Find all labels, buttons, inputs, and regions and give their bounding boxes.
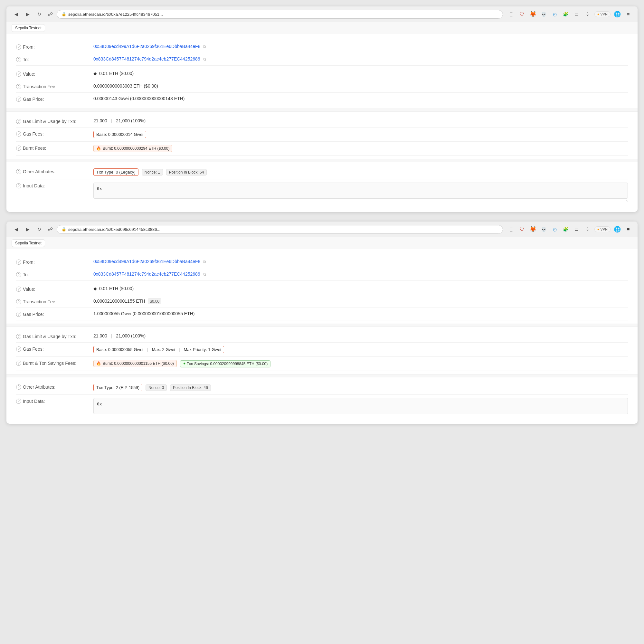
burnt-fees-label-1: ? Burnt Fees: — [16, 145, 87, 151]
burnt-fees-row-1: ? Burnt Fees: 🔥 Burnt: 0.00000000000294 … — [16, 142, 628, 156]
bookmark-button-2[interactable]: ☍ — [48, 226, 53, 232]
rabby-icon-2[interactable]: ◴ — [551, 225, 559, 233]
gas-limit-help-icon-1[interactable]: ? — [16, 119, 21, 124]
to-copy-icon-1[interactable]: ⧉ — [203, 57, 206, 62]
burnt-badge-2: 🔥 Burnt: 0.0000000000001155 ETH ($0.00) — [93, 360, 177, 367]
to-value-2: 0x833Cd8457F481274c794d2ac4eb277EC442526… — [93, 271, 628, 277]
from-help-icon-2[interactable]: ? — [16, 260, 21, 265]
gas-price-help-icon-2[interactable]: ? — [16, 312, 21, 317]
menu-icon-1[interactable]: ≡ — [624, 10, 632, 18]
browser-window-2: ◀ ▶ ↻ ☍ 🔒 sepolia.etherscan.io/tx/0xed09… — [6, 222, 638, 424]
to-help-icon-1[interactable]: ? — [16, 57, 21, 62]
from-address-link-1[interactable]: 0x58D09ecd499A1d6F2a0269f361Ee6DbbaBa44e… — [93, 44, 200, 49]
nonce-badge-2: Nonce: 0 — [146, 384, 167, 391]
profile-icon-1[interactable]: 🌐 — [613, 10, 621, 18]
fee-dollar-2: $0.00 — [148, 298, 161, 304]
gas-fees-row-1: ? Gas Fees: Base: 0.000000014 Gwei — [16, 128, 628, 142]
gas-price-label-1: ? Gas Price: — [16, 96, 87, 102]
from-copy-icon-2[interactable]: ⧉ — [203, 260, 206, 264]
gas-fees-help-icon-2[interactable]: ? — [16, 346, 21, 352]
wallet-icon-2[interactable]: 💀 — [540, 225, 548, 233]
gas-fees-value-1: Base: 0.000000014 Gwei — [93, 131, 628, 138]
tab-sepolia-1[interactable]: Sepolia Testnet — [12, 24, 45, 32]
vpn-label-2: VPN — [600, 227, 608, 231]
to-address-link-2[interactable]: 0x833Cd8457F481274c794d2ac4eb277EC442526… — [93, 271, 200, 277]
from-row-1: ? From: 0x58D09ecd499A1d6F2a0269f361Ee6D… — [16, 41, 628, 53]
value-row-1: ? Value: ◆ 0.01 ETH ($0.00) — [16, 68, 628, 80]
address-bar-2[interactable]: 🔒 sepolia.etherscan.io/tx/0xed096c691445… — [57, 225, 503, 234]
gas-fees-base-box-2: Base: 0.000000055 Gwei | Max: 2 Gwei | M… — [93, 346, 224, 353]
browser-toolbar-1: ◀ ▶ ↻ ☍ 🔒 sepolia.etherscan.io/tx/0xa7e1… — [6, 6, 638, 22]
value-help-icon-2[interactable]: ? — [16, 287, 21, 292]
share-icon-2[interactable]: ⌶ — [507, 225, 515, 233]
menu-icon-2[interactable]: ≡ — [624, 225, 632, 233]
to-label-2: ? To: — [16, 271, 87, 277]
other-attr-row-1: ? Other Attributes: Txn Type: 0 (Legacy)… — [16, 165, 628, 179]
back-button-2[interactable]: ◀ — [12, 225, 21, 234]
burnt-fees-help-icon-2[interactable]: ? — [16, 361, 21, 366]
forward-button-2[interactable]: ▶ — [23, 225, 32, 234]
txn-type-box-1: Txn Type: 0 (Legacy) — [93, 168, 138, 176]
vpn-dot-2: ● — [597, 227, 600, 231]
sidebar-icon-1[interactable]: ▭ — [573, 10, 581, 18]
from-value-1: 0x58D09ecd499A1d6F2a0269f361Ee6DbbaBa44e… — [93, 44, 628, 49]
burnt-fees-help-icon-1[interactable]: ? — [16, 146, 21, 151]
gas-fees-row-2: ? Gas Fees: Base: 0.000000055 Gwei | Max… — [16, 343, 628, 357]
rabby-icon-1[interactable]: ◴ — [551, 10, 559, 18]
tx-fee-row-2: ? Transaction Fee: 0.000021000001155 ETH… — [16, 295, 628, 308]
vpn-badge-1[interactable]: ● VPN — [594, 11, 611, 17]
eth-icon-value-1: ◆ — [93, 71, 97, 76]
puzzle-icon-2[interactable]: 🧩 — [562, 225, 570, 233]
to-help-icon-2[interactable]: ? — [16, 272, 21, 277]
extension-icon-1[interactable]: 🛡 — [518, 10, 526, 18]
vpn-label-1: VPN — [600, 12, 608, 16]
input-data-help-icon-2[interactable]: ? — [16, 399, 21, 404]
input-data-box-1[interactable]: 0x — [93, 183, 628, 199]
profile-icon-2[interactable]: 🌐 — [613, 225, 621, 233]
gas-limit-label-2: ? Gas Limit & Usage by Txn: — [16, 333, 87, 339]
other-attr-help-icon-1[interactable]: ? — [16, 169, 21, 174]
tx-fee-help-icon-1[interactable]: ? — [16, 84, 21, 89]
value-help-icon-1[interactable]: ? — [16, 71, 21, 77]
to-copy-icon-2[interactable]: ⧉ — [203, 272, 206, 277]
extension-icon-2[interactable]: 🛡 — [518, 225, 526, 233]
reload-button-1[interactable]: ↻ — [35, 10, 44, 19]
tab-bar-2: Sepolia Testnet — [6, 237, 638, 249]
lock-icon-1: 🔒 — [62, 12, 66, 16]
gas-price-value-2: 1.000000055 Gwei (0.000000001000000055 E… — [93, 311, 628, 316]
download-icon-2[interactable]: ⇩ — [583, 225, 592, 233]
from-help-icon-1[interactable]: ? — [16, 44, 21, 50]
gas-limit-row-1: ? Gas Limit & Usage by Txn: 21,000 | 21,… — [16, 115, 628, 128]
tx-fee-help-icon-2[interactable]: ? — [16, 299, 21, 304]
tx-fee-label-1: ? Transaction Fee: — [16, 83, 87, 89]
value-row-2: ? Value: ◆ 0.01 ETH ($0.00) — [16, 283, 628, 295]
other-attr-help-icon-2[interactable]: ? — [16, 384, 21, 390]
metamask-icon-1[interactable]: 🦊 — [529, 10, 537, 18]
from-address-link-2[interactable]: 0x58D09ecd499A1d6F2a0269f361Ee6DbbaBa44e… — [93, 259, 200, 264]
forward-button-1[interactable]: ▶ — [23, 10, 32, 19]
back-button-1[interactable]: ◀ — [12, 10, 21, 19]
bookmark-button-1[interactable]: ☍ — [48, 11, 53, 17]
share-icon-1[interactable]: ⌶ — [507, 10, 515, 18]
sidebar-icon-2[interactable]: ▭ — [573, 225, 581, 233]
gas-fees-help-icon-1[interactable]: ? — [16, 131, 21, 137]
other-attr-label-2: ? Other Attributes: — [16, 384, 87, 390]
reload-button-2[interactable]: ↻ — [35, 225, 44, 234]
gas-limit-label-1: ? Gas Limit & Usage by Txn: — [16, 118, 87, 124]
download-icon-1[interactable]: ⇩ — [583, 10, 592, 18]
wallet-icon-1[interactable]: 💀 — [540, 10, 548, 18]
vpn-badge-2[interactable]: ● VPN — [594, 226, 611, 232]
puzzle-icon-1[interactable]: 🧩 — [562, 10, 570, 18]
address-bar-1[interactable]: 🔒 sepolia.etherscan.io/tx/0xa7e12254ffc4… — [57, 10, 503, 19]
gas-price-help-icon-1[interactable]: ? — [16, 97, 21, 102]
to-address-link-1[interactable]: 0x833Cd8457F481274c794d2ac4eb277EC442526… — [93, 56, 200, 62]
metamask-icon-2[interactable]: 🦊 — [529, 225, 537, 233]
from-copy-icon-1[interactable]: ⧉ — [203, 44, 206, 49]
from-label-1: ? From: — [16, 44, 87, 50]
input-data-box-2[interactable]: 0x — [93, 398, 628, 414]
tab-sepolia-2[interactable]: Sepolia Testnet — [12, 239, 45, 247]
gas-limit-help-icon-2[interactable]: ? — [16, 334, 21, 339]
tx-fee-label-2: ? Transaction Fee: — [16, 298, 87, 304]
to-label-1: ? To: — [16, 56, 87, 62]
input-data-help-icon-1[interactable]: ? — [16, 183, 21, 188]
